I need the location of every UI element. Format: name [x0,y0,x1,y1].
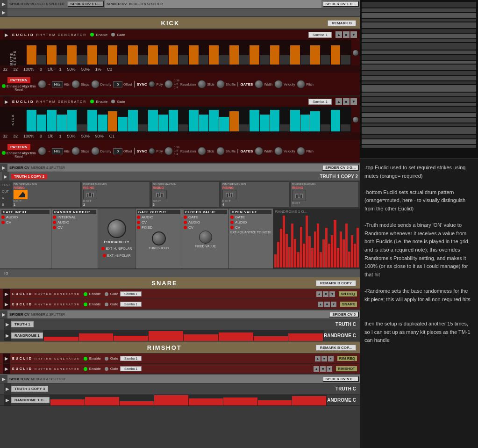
snare-ctrl4[interactable]: ▲ [318,302,323,307]
knob-hits-2[interactable] [38,147,46,155]
spider2-expand[interactable]: ▶ [0,164,7,172]
knob-poly-1[interactable] [149,81,155,87]
expand-btn-top[interactable]: ▶ [0,0,7,8]
knob-width-2[interactable] [255,147,263,155]
euclid1-side-knob[interactable] [352,50,359,56]
ext-uni-label: EXT->UNIPOLAR [106,247,132,250]
spider-merger3-label: MERGER & SPLITTER [31,377,65,381]
spider-cv3-tag[interactable]: SPIDER CV 5 C... [322,376,359,382]
truth-expand[interactable]: ▶ [2,172,9,181]
knob-pitch-1[interactable] [297,80,305,88]
rimshot-euclid1-expand[interactable]: ▶ [3,354,10,363]
randrome3-expand[interactable]: ▶ [4,395,11,405]
enable-label-1: Enable [96,33,107,37]
snare-samba2[interactable]: Samba 1 [120,302,142,307]
right-panel: -top Euclid used to set required strikes… [360,0,478,448]
ext-bi-label: EXT->BIPOLAR [107,254,131,257]
remark-b-cop-button[interactable]: REMARK B COP... [316,345,356,351]
knob-resolution-1[interactable] [164,80,173,88]
knob-shuffle-2[interactable] [216,147,225,155]
knob-steps-1[interactable] [71,80,80,88]
spider-merger2-label: MERGER & SPLITTER [31,313,65,316]
euclid1-expand[interactable]: ▶ [3,29,10,40]
euclid1-ctrl3[interactable]: ▼ [350,31,357,38]
snare-euclid2-expand[interactable]: ▶ [3,299,10,309]
rimshot-euclid2-expand[interactable]: ▶ [3,364,10,374]
knob-density-2[interactable] [91,147,100,155]
euclid2-ctrl2[interactable]: ■ [343,98,350,105]
stat-c3: C3 [107,67,113,72]
knob-hits-1[interactable] [38,80,46,88]
expand-btn-2[interactable]: ▶ [0,8,7,16]
remark-b-button[interactable]: REMARK B [328,20,356,26]
euclid2-ctrl3[interactable]: ▼ [350,98,357,105]
fixed-value-knob[interactable] [199,231,212,244]
knob-velocity-1[interactable] [274,80,283,88]
randrome3-row: ▶ RANDROME 1 C... ANDROME C [0,395,360,406]
knob-slide-2[interactable] [198,147,206,155]
probability-knob[interactable] [107,219,126,238]
knob-poly-2[interactable] [149,148,155,154]
pitch-label-1: Pitch [306,83,314,86]
snare-ctrl2[interactable]: ■ [323,291,328,297]
rim-req-label: RIM REQ [337,356,357,361]
kick-section-header: KICK REMARK B [0,17,360,29]
euclid2-side-knob[interactable] [352,116,359,123]
knob-shuffle-1[interactable] [216,80,225,88]
snare-euclid1-expand[interactable]: ▶ [3,289,10,299]
spider4-expand[interactable]: ▶ [0,375,7,383]
spider-tag1[interactable]: SPIDER CV 1 C... [67,1,104,7]
rimshot-samba1[interactable]: Samba 1 [120,356,142,361]
rim-enable-dot-1 [84,357,87,361]
t3-rising: RISING [153,186,218,189]
knob-velocity-2[interactable] [274,147,283,155]
rim-ctrl3[interactable]: ▼ [328,356,334,361]
snare-ctrl6[interactable]: ▼ [331,302,336,307]
snare-samba1[interactable]: Samba 1 [120,291,142,296]
t2-rising: RISING [83,186,149,189]
euclid2-expand[interactable]: ▶ [3,96,10,107]
t5-i: I [297,202,298,204]
snare-ctrl1[interactable]: ▲ [316,291,322,297]
randrome2-label: RANDROME 1 [11,332,43,339]
t1-num: 1 [14,203,79,206]
pattern-label-1: PATTERN [7,77,30,83]
euclid2-ctrl1[interactable]: ▲ [335,98,342,105]
knob-density-1[interactable] [91,80,100,88]
rim-ctrl6[interactable]: ▼ [327,366,332,372]
rim-ctrl1[interactable]: ▲ [315,356,321,361]
rim-ctrl2[interactable]: ■ [321,356,327,361]
knob-pitch-2[interactable] [297,147,305,155]
samba-btn-2[interactable]: Samba 1 [308,99,332,105]
rimshot-euclid2: ▶ EUCLID RHYTHM GENERATOR Enable Gate Sa… [0,364,360,374]
knob-resolution-2[interactable] [164,147,173,155]
euclid1-ctrl1[interactable]: ▲ [335,31,342,38]
spider-cv2-tag[interactable]: SPIDER CV 5 [329,311,359,318]
remark-b-copy-button[interactable]: REMARK B COPY [316,280,356,286]
truth3-expand[interactable]: ▶ [4,383,11,394]
rim-ctrl5[interactable]: ■ [320,366,326,372]
spider-cv-tag[interactable]: SPIDER CV 5 G... [322,165,359,171]
samba-btn-1[interactable]: Samba 1 [308,32,332,38]
knob-steps-2[interactable] [71,147,80,155]
knob-width-1[interactable] [255,80,263,88]
rimshot-samba2[interactable]: Samba 1 [120,366,142,371]
snare-ctrl5[interactable]: ■ [324,302,330,307]
spider3-expand[interactable]: ▶ [0,311,7,318]
threshold-knob[interactable] [152,231,166,246]
rim-ctrl4[interactable]: ▲ [314,366,319,372]
rimshot-euclid1-title: EUCLID [12,357,33,360]
snare-ctrl3[interactable]: ▼ [329,291,335,297]
stat-32-2: 32 [13,67,18,72]
knob-slide-1[interactable] [198,80,206,88]
truth2-expand[interactable]: ▶ [4,319,11,330]
desc-line-3: -Truth module sends a binary 'ON' value … [364,221,473,279]
gate-dot-1 [111,33,115,36]
t4-gate [222,190,236,199]
spider-tag2[interactable]: SPIDER CV 1 C... [322,1,359,7]
randrome2-expand[interactable]: ▶ [4,330,11,341]
euclid1-ctrl2[interactable]: ■ [343,31,350,38]
desc-line-4: -Randrome sets the base randomness for t… [364,287,473,303]
offset-display-1: 0 [113,81,122,87]
t5-r: R [292,202,294,204]
